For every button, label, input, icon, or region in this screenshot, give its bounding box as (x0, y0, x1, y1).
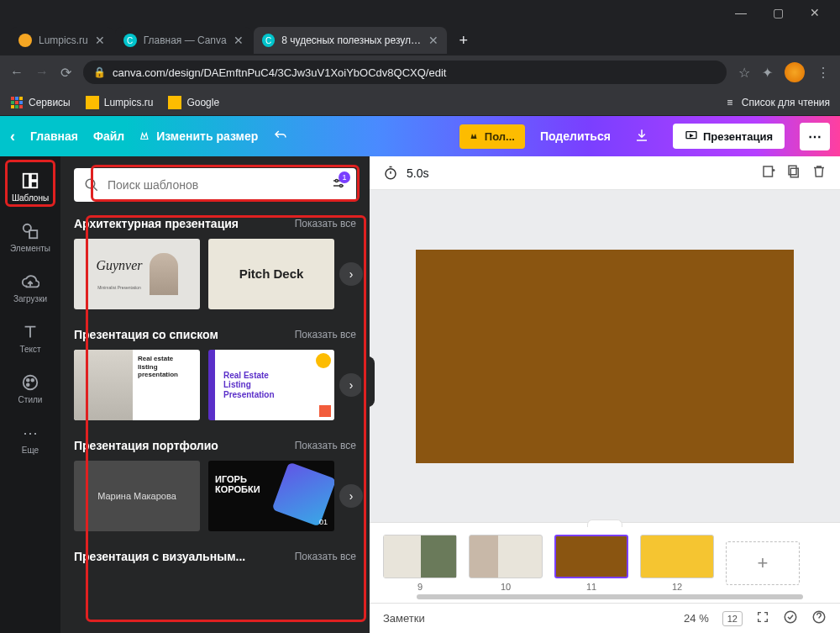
extensions-icon[interactable]: ✦ (762, 65, 773, 81)
canva-topbar: ‹ Главная Файл Изменить размер Пол... По… (0, 116, 840, 156)
back-button[interactable]: ← (10, 65, 24, 80)
star-icon[interactable]: ☆ (738, 65, 750, 81)
download-icon (634, 128, 649, 143)
filmstrip-scrollbar[interactable] (383, 594, 672, 601)
template-card-marina[interactable]: Марина Макарова (74, 461, 200, 531)
svg-point-17 (31, 378, 34, 381)
forward-button[interactable]: → (35, 65, 49, 80)
bookmark-lumpics[interactable]: Lumpics.ru (86, 96, 154, 109)
page-count-badge[interactable]: 12 (722, 611, 743, 626)
add-slide-button[interactable]: + (726, 541, 800, 585)
filters-button[interactable]: 1 (331, 176, 346, 194)
url-field[interactable]: 🔒 canva.com/design/DAEmftnPuC4/3CJw3uV1X… (83, 61, 727, 84)
delete-icon[interactable] (811, 164, 827, 182)
svg-rect-25 (789, 166, 796, 175)
sidebar-item-elements[interactable]: Элементы (0, 212, 60, 262)
template-card-guynver[interactable]: Guynver Minimalist Presentation (74, 239, 200, 309)
canvas-toolbar: 5.0s (370, 156, 840, 190)
back-home-button[interactable]: ‹ (10, 128, 15, 145)
svg-point-26 (785, 611, 796, 623)
current-slide[interactable] (416, 250, 794, 463)
check-icon[interactable] (783, 609, 798, 627)
window-maximize[interactable]: ▢ (759, 0, 796, 25)
menu-icon[interactable]: ⋮ (816, 65, 830, 81)
tab-canva-home[interactable]: C Главная — Canva ✕ (115, 27, 252, 54)
templates-panel: 1 Архитектурная презентация Показать все… (60, 156, 370, 633)
svg-rect-24 (790, 168, 798, 177)
show-all-link[interactable]: Показать все (295, 218, 356, 229)
elements-icon (21, 222, 39, 240)
sidebar-item-text[interactable]: Текст (0, 313, 60, 363)
svg-point-20 (335, 180, 338, 182)
show-all-link[interactable]: Показать все (295, 440, 356, 451)
thumbnail-12[interactable]: 12 (640, 535, 714, 592)
bookmark-google[interactable]: Google (168, 96, 219, 109)
scroll-right-button[interactable]: › (339, 373, 363, 397)
scroll-right-button[interactable]: › (339, 262, 363, 286)
svg-rect-6 (11, 105, 14, 108)
url-text: canva.com/design/DAEmftnPuC4/3CJw3uV1Xoi… (113, 66, 446, 79)
template-card-igor[interactable]: ИГОРЬ КОРОБКИ 01 (208, 461, 334, 531)
scroll-right-button[interactable]: › (339, 484, 363, 508)
sidebar-item-uploads[interactable]: Загрузки (0, 262, 60, 313)
window-close[interactable]: ✕ (796, 0, 833, 25)
download-button[interactable] (626, 122, 658, 151)
svg-rect-0 (11, 97, 14, 100)
svg-rect-4 (15, 101, 18, 104)
left-sidebar: Шаблоны Элементы Загрузки Текст Стили ⋯ … (0, 156, 60, 633)
template-card-realestate2[interactable]: Real Estate Listing Presentation (208, 350, 334, 420)
thumbnail-11[interactable]: 11 (554, 535, 628, 592)
tab-close[interactable]: ✕ (428, 34, 438, 47)
tab-active[interactable]: C 8 чудесных полезных результа ✕ (254, 27, 447, 54)
duplicate-icon[interactable] (786, 164, 801, 182)
show-all-link[interactable]: Показать все (295, 551, 356, 562)
svg-rect-5 (19, 101, 23, 104)
file-menu[interactable]: Файл (93, 129, 124, 143)
search-input[interactable] (108, 178, 323, 192)
show-all-link[interactable]: Показать все (295, 329, 356, 340)
resize-button[interactable]: Изменить размер (139, 129, 258, 143)
notes-button[interactable]: Заметки (383, 612, 425, 625)
upgrade-button[interactable]: Пол... (459, 124, 525, 149)
profile-avatar[interactable] (785, 62, 805, 82)
bookmark-services[interactable]: Сервисы (10, 96, 71, 109)
sidebar-item-templates[interactable]: Шаблоны (0, 161, 60, 212)
favicon: C (123, 34, 137, 47)
help-button[interactable] (811, 609, 827, 627)
timing-value[interactable]: 5.0s (407, 166, 428, 180)
tab-close[interactable]: ✕ (234, 34, 244, 47)
present-button[interactable]: Презентация (673, 124, 785, 149)
template-card-realestate1[interactable]: Real estate listing presentation (74, 350, 200, 420)
window-minimize[interactable]: — (722, 0, 759, 25)
tab-close[interactable]: ✕ (95, 34, 105, 47)
home-button[interactable]: Главная (30, 129, 78, 143)
svg-point-21 (340, 185, 343, 187)
svg-rect-3 (11, 101, 14, 104)
new-tab-button[interactable]: + (452, 29, 475, 52)
more-menu-button[interactable]: ⋯ (800, 123, 830, 150)
thumbnail-10[interactable]: 10 (469, 535, 543, 592)
template-search[interactable]: 1 (74, 168, 356, 202)
undo-button[interactable] (273, 129, 288, 144)
sidebar-item-styles[interactable]: Стили (0, 363, 60, 414)
bookmarks-bar: Сервисы Lumpics.ru Google ≡ Список для ч… (0, 89, 840, 116)
svg-rect-2 (19, 97, 23, 100)
reading-list-button[interactable]: ≡ Список для чтения (723, 96, 830, 109)
share-button[interactable]: Поделиться (540, 129, 611, 143)
tab-lumpics[interactable]: Lumpics.ru ✕ (10, 27, 113, 54)
section-visual: Презентация с визуальным... Показать все (74, 550, 356, 572)
thumbnail-9[interactable]: 9 (383, 535, 457, 592)
section-list: Презентация со списком Показать все Real… (74, 328, 356, 420)
folder-icon (86, 96, 99, 109)
canvas-body[interactable] (370, 190, 840, 522)
favicon (18, 34, 32, 47)
sidebar-item-more[interactable]: ⋯ Еще (0, 414, 60, 464)
template-card-pitchdeck[interactable]: Pitch Deck (208, 239, 334, 309)
reload-button[interactable]: ⟳ (60, 65, 71, 81)
add-page-icon[interactable] (761, 164, 776, 182)
panel-collapse-handle[interactable] (361, 356, 375, 407)
fullscreen-button[interactable] (756, 610, 769, 626)
crown-icon (470, 131, 480, 141)
lock-icon: 🔒 (93, 66, 106, 78)
zoom-value[interactable]: 24 % (684, 612, 709, 625)
